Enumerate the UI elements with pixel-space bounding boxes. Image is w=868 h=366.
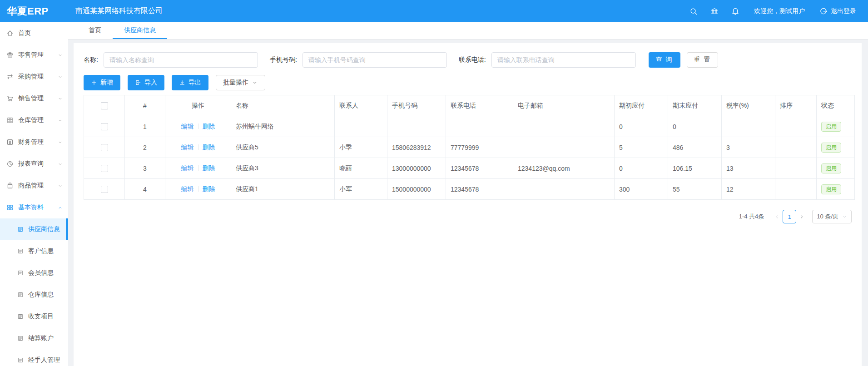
delete-link[interactable]: 删除 — [203, 185, 215, 193]
export-button[interactable]: 导出 — [172, 75, 208, 90]
filter-row: 名称: 手机号码: 联系电话: 查 询 重 置 — [84, 52, 852, 68]
bell-icon[interactable] — [731, 7, 739, 15]
sidebar-item-label: 财务管理 — [18, 138, 58, 146]
cell-index: 1 — [125, 116, 165, 137]
sidebar-item-purchase[interactable]: 采购管理 — [0, 66, 68, 88]
row-checkbox[interactable] — [101, 165, 108, 172]
delete-link[interactable]: 删除 — [203, 143, 215, 151]
chevron-down-icon — [58, 162, 63, 167]
table-body: 1编辑删除苏州蜗牛网络00启用2编辑删除供应商5小季15806283912777… — [84, 116, 855, 200]
cell-begin-payable: 0 — [615, 158, 668, 179]
chevron-down-icon — [842, 214, 847, 219]
sidebar-subitem-label: 客户信息 — [28, 247, 63, 255]
phone-filter-label: 手机号码: — [270, 56, 297, 64]
cell-tel — [446, 116, 513, 137]
edit-link[interactable]: 编辑 — [181, 143, 194, 151]
search-button[interactable]: 查 询 — [649, 52, 680, 68]
sidebar-subitem-income-expense[interactable]: 收支项目 — [0, 306, 68, 327]
cell-end-payable: 106.15 — [668, 158, 722, 179]
current-page-button[interactable]: 1 — [783, 210, 796, 223]
cell-tel: 77779999 — [446, 137, 513, 158]
sidebar-item-finance[interactable]: 财务管理 — [0, 131, 68, 153]
edit-link[interactable]: 编辑 — [181, 185, 194, 193]
phone-filter-input[interactable] — [303, 52, 447, 68]
logout-icon — [819, 7, 828, 15]
cell-status: 启用 — [817, 137, 855, 158]
column-header-tax-rate: 税率(%) — [722, 95, 775, 116]
sidebar-item-sales[interactable]: 销售管理 — [0, 88, 68, 109]
tel-filter-label: 联系电话: — [459, 56, 486, 64]
cell-index: 4 — [125, 179, 165, 200]
sidebar-item-report[interactable]: 报表查询 — [0, 153, 68, 175]
sidebar-item-label: 首页 — [18, 29, 63, 37]
delete-link[interactable]: 删除 — [203, 123, 215, 130]
row-checkbox[interactable] — [101, 144, 108, 151]
cell-name: 供应商1 — [231, 179, 335, 200]
row-checkbox[interactable] — [101, 123, 108, 130]
sidebar-subitem-warehouse-info[interactable]: 仓库信息 — [0, 284, 68, 306]
home-icon — [6, 30, 14, 37]
sidebar-item-retail[interactable]: 零售管理 — [0, 44, 68, 66]
cell-email: 1234123@qq.com — [513, 158, 615, 179]
reset-button[interactable]: 重 置 — [687, 52, 719, 68]
cell-phone: 15806283912 — [387, 137, 446, 158]
sidebar-subitem-label: 收支项目 — [28, 312, 63, 321]
cell-checkbox — [84, 179, 125, 200]
status-badge: 启用 — [821, 163, 841, 173]
sidebar-item-label: 商品管理 — [18, 182, 58, 190]
logout-button[interactable]: 退出登录 — [819, 7, 856, 15]
column-header-tel: 联系电话 — [446, 95, 513, 116]
edit-link[interactable]: 编辑 — [181, 123, 194, 130]
sidebar-item-warehouse[interactable]: 仓库管理 — [0, 109, 68, 131]
sidebar-item-label: 报表查询 — [18, 160, 58, 168]
purchase-icon — [6, 73, 14, 80]
doc-icon — [17, 270, 24, 276]
column-header-email: 电子邮箱 — [513, 95, 615, 116]
select-all-checkbox[interactable] — [101, 102, 108, 109]
import-button[interactable]: 导入 — [128, 75, 164, 90]
tel-filter-input[interactable] — [491, 52, 636, 68]
ops-divider — [198, 186, 198, 192]
sidebar-subitem-handler-manage[interactable]: 经手人管理 — [0, 349, 68, 366]
cell-index: 2 — [125, 137, 165, 158]
sidebar-item-goods[interactable]: 商品管理 — [0, 175, 68, 197]
cell-begin-payable: 300 — [615, 179, 668, 200]
sidebar-subitem-customer-info[interactable]: 客户信息 — [0, 240, 68, 262]
table-row: 3编辑删除供应商3晓丽13000000000123456781234123@qq… — [84, 158, 855, 179]
sidebar-subitem-settlement-account[interactable]: 结算账户 — [0, 327, 68, 349]
cell-email — [513, 116, 615, 137]
edit-link[interactable]: 编辑 — [181, 164, 194, 172]
tab-home[interactable]: 首页 — [77, 22, 113, 39]
delete-link[interactable]: 删除 — [203, 164, 215, 172]
cell-phone — [387, 116, 446, 137]
cell-ops: 编辑删除 — [165, 158, 231, 179]
sidebar-item-basic[interactable]: 基本资料 — [0, 197, 68, 218]
cell-index: 3 — [125, 158, 165, 179]
pagination: 1-4 共4条 1 10 条/页 — [84, 210, 852, 223]
cell-contact — [335, 116, 387, 137]
doc-icon — [17, 357, 24, 363]
name-filter-input[interactable] — [104, 52, 258, 68]
search-icon[interactable] — [689, 7, 698, 15]
cell-email — [513, 137, 615, 158]
add-button[interactable]: 新增 — [84, 75, 120, 90]
cell-begin-payable: 0 — [615, 116, 668, 137]
warehouse-icon — [6, 117, 14, 124]
sidebar-subitem-member-info[interactable]: 会员信息 — [0, 262, 68, 284]
next-page-button[interactable] — [799, 214, 805, 220]
ops-divider — [198, 144, 198, 150]
page-size-select[interactable]: 10 条/页 — [812, 210, 852, 223]
cell-name: 供应商5 — [231, 137, 335, 158]
cell-tax-rate — [722, 116, 775, 137]
sidebar-subitem-supplier-info[interactable]: 供应商信息 — [0, 218, 68, 240]
sidebar-item-home[interactable]: 首页 — [0, 22, 68, 44]
tab-supplier-info[interactable]: 供应商信息 — [113, 22, 167, 39]
prev-page-button[interactable] — [774, 214, 780, 220]
app-logo: 华夏ERP — [0, 5, 68, 18]
page-size-label: 10 条/页 — [817, 213, 838, 221]
row-checkbox[interactable] — [101, 186, 108, 193]
doc-icon — [17, 292, 24, 298]
batch-actions-dropdown[interactable]: 批量操作 — [216, 75, 265, 90]
bank-icon[interactable] — [710, 7, 719, 15]
logout-label: 退出登录 — [831, 7, 856, 15]
